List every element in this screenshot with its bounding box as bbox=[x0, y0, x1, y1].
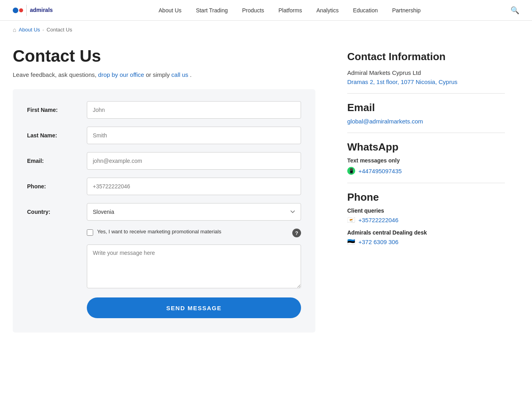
nav-start-trading[interactable]: Start Trading bbox=[189, 0, 235, 21]
nav-about-us[interactable]: About Us bbox=[151, 0, 189, 21]
breadcrumb: ⌂ About Us - Contact Us bbox=[0, 21, 532, 39]
country-label: Country: bbox=[27, 209, 87, 215]
logo-icon bbox=[13, 8, 23, 13]
divider-3 bbox=[347, 183, 505, 183]
whatsapp-number[interactable]: +447495097435 bbox=[358, 168, 402, 174]
email-label: Email: bbox=[27, 158, 87, 164]
marketing-checkbox-row: Yes, I want to receive marketing promoti… bbox=[87, 229, 301, 237]
company-name: Admiral Markets Cyprus Ltd bbox=[347, 69, 505, 76]
message-wrapper bbox=[87, 245, 301, 290]
logo-circle-red bbox=[19, 8, 23, 12]
nav-products[interactable]: Products bbox=[235, 0, 271, 21]
subtitle-mid: or simply bbox=[146, 71, 171, 78]
client-phone-row: 🇨🇾 +35722222046 bbox=[347, 216, 505, 224]
help-icon[interactable]: ? bbox=[292, 229, 301, 237]
breadcrumb-separator: - bbox=[43, 27, 44, 33]
whatsapp-note: Text messages only bbox=[347, 157, 505, 164]
logo-circle-blue bbox=[13, 8, 18, 13]
divider-2 bbox=[347, 133, 505, 133]
page-subtitle: Leave feedback, ask questions, drop by o… bbox=[13, 71, 315, 78]
home-icon[interactable]: ⌂ bbox=[13, 26, 16, 33]
form-section: Contact Us Leave feedback, ask questions… bbox=[13, 47, 315, 333]
page-title: Contact Us bbox=[13, 47, 315, 66]
phone-section-title: Phone bbox=[347, 191, 505, 203]
divider-1 bbox=[347, 93, 505, 94]
first-name-input[interactable] bbox=[87, 101, 301, 119]
nav-analytics[interactable]: Analytics bbox=[309, 0, 346, 21]
form-card: First Name: Last Name: Email: Phone: Cou… bbox=[13, 89, 315, 333]
country-select[interactable]: Slovenia Other bbox=[87, 203, 301, 221]
cy-flag-icon: 🇨🇾 bbox=[347, 216, 355, 224]
breadcrumb-current: Contact Us bbox=[47, 27, 72, 33]
first-name-label: First Name: bbox=[27, 107, 87, 113]
search-icon[interactable]: 🔍 bbox=[510, 6, 519, 15]
nav-partnership[interactable]: Partnership bbox=[385, 0, 428, 21]
company-address[interactable]: Dramas 2, 1st floor, 1077 Nicosia, Cypru… bbox=[347, 78, 458, 85]
first-name-row: First Name: bbox=[27, 101, 301, 119]
email-row: Email: bbox=[27, 152, 301, 170]
nav-education[interactable]: Education bbox=[346, 0, 385, 21]
ee-flag-icon: 🇪🇪 bbox=[347, 238, 355, 246]
nav-platforms[interactable]: Platforms bbox=[271, 0, 309, 21]
last-name-input[interactable] bbox=[87, 127, 301, 144]
logo-text: admirals bbox=[30, 7, 53, 13]
subtitle-end: . bbox=[190, 71, 192, 78]
dealing-phone-row: 🇪🇪 +372 6309 306 bbox=[347, 238, 505, 246]
whatsapp-row: 📱 +447495097435 bbox=[347, 167, 505, 175]
send-message-button[interactable]: SEND MESSAGE bbox=[87, 297, 301, 318]
whatsapp-icon: 📱 bbox=[347, 167, 355, 175]
dealing-phone-link[interactable]: +372 6309 306 bbox=[358, 239, 399, 245]
office-link[interactable]: drop by our office bbox=[98, 71, 144, 78]
contact-info-title: Contact Information bbox=[347, 51, 505, 63]
phone-row: Phone: bbox=[27, 178, 301, 195]
country-row: Country: Slovenia Other bbox=[27, 203, 301, 221]
client-phone-link[interactable]: +35722222046 bbox=[358, 217, 399, 223]
logo-name: admirals bbox=[30, 7, 53, 13]
message-textarea[interactable] bbox=[87, 245, 301, 288]
whatsapp-section-title: WhatsApp bbox=[347, 141, 505, 153]
last-name-label: Last Name: bbox=[27, 132, 87, 139]
submit-wrapper: SEND MESSAGE bbox=[87, 297, 301, 318]
checkbox-label: Yes, I want to receive marketing promoti… bbox=[97, 229, 288, 235]
email-link[interactable]: global@admiralmarkets.com bbox=[347, 118, 423, 125]
client-queries-label: Client queries bbox=[347, 207, 505, 214]
call-link[interactable]: call us bbox=[171, 71, 188, 78]
contact-info-section: Contact Information Admiral Markets Cypr… bbox=[347, 47, 505, 333]
nav-menu: About Us Start Trading Products Platform… bbox=[69, 0, 510, 21]
logo[interactable]: admirals bbox=[13, 5, 53, 16]
main-content: Contact Us Leave feedback, ask questions… bbox=[0, 39, 518, 348]
breadcrumb-about-us[interactable]: About Us bbox=[19, 27, 40, 33]
email-input[interactable] bbox=[87, 152, 301, 170]
phone-label: Phone: bbox=[27, 183, 87, 190]
navbar: admirals About Us Start Trading Products… bbox=[0, 0, 532, 21]
email-section-title: Email bbox=[347, 102, 505, 114]
logo-divider bbox=[26, 5, 27, 16]
last-name-row: Last Name: bbox=[27, 127, 301, 144]
phone-input[interactable] bbox=[87, 178, 301, 195]
subtitle-text: Leave feedback, ask questions, bbox=[13, 71, 96, 78]
marketing-checkbox[interactable] bbox=[87, 229, 93, 236]
dealing-desk-label: Admirals central Dealing desk bbox=[347, 229, 505, 236]
